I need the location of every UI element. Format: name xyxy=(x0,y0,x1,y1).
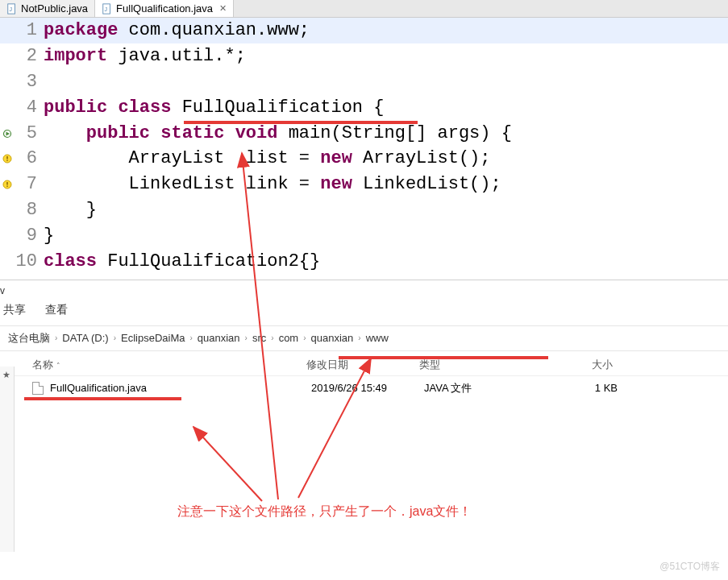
column-size[interactable]: 大小 xyxy=(532,358,613,372)
gutter-marker xyxy=(0,197,15,223)
breadcrumb-item[interactable]: quanxian xyxy=(311,332,354,344)
pin-icon: ★ xyxy=(2,370,10,380)
code-content: public class FullQualification { xyxy=(44,95,728,121)
annotation-underline-filename xyxy=(24,397,181,400)
explorer-title: v xyxy=(0,280,728,300)
tab-label: NotPublic.java xyxy=(21,2,88,14)
code-line[interactable]: 7 LinkedList link = new LinkedList(); xyxy=(0,172,728,197)
explorer-breadcrumb[interactable]: 这台电脑›DATA (D:)›EclipseDaiMa›quanxian›src… xyxy=(0,325,728,351)
code-line[interactable]: 6 ArrayList list = new ArrayList(); xyxy=(0,146,728,172)
editor-tab-bar: J NotPublic.java J FullQualification.jav… xyxy=(0,0,728,18)
breadcrumb-item[interactable]: 这台电脑 xyxy=(8,331,50,346)
breadcrumb-item[interactable]: DATA (D:) xyxy=(62,332,108,344)
gutter-marker xyxy=(0,146,15,172)
svg-rect-10 xyxy=(6,182,7,185)
code-content: } xyxy=(44,197,728,223)
gutter-marker xyxy=(0,172,15,197)
file-type: JAVA 文件 xyxy=(424,381,537,396)
explorer-toolbar: 共享 查看 xyxy=(0,300,728,325)
breadcrumb-item[interactable]: src xyxy=(252,332,266,344)
svg-text:J: J xyxy=(10,6,13,11)
chevron-right-icon: › xyxy=(303,334,306,342)
explorer-side-panel: ★ xyxy=(0,367,15,534)
breadcrumb-item[interactable]: www xyxy=(366,332,389,344)
line-number: 6 xyxy=(15,146,44,172)
file-icon xyxy=(32,382,44,395)
toolbar-view[interactable]: 查看 xyxy=(45,303,68,317)
code-line[interactable]: 10class FullQualification2{} xyxy=(0,249,728,275)
file-name: FullQualification.java xyxy=(50,382,311,394)
gutter-marker xyxy=(0,249,15,275)
code-content: LinkedList link = new LinkedList(); xyxy=(44,172,728,197)
svg-rect-7 xyxy=(6,156,7,160)
annotation-underline-classname xyxy=(184,121,418,124)
file-explorer: v 共享 查看 这台电脑›DATA (D:)›EclipseDaiMa›quan… xyxy=(0,280,728,534)
gutter-marker xyxy=(0,121,15,147)
gutter-marker xyxy=(0,223,15,249)
svg-text:J: J xyxy=(105,6,108,11)
code-line[interactable]: 3 xyxy=(0,69,728,95)
code-content: ArrayList list = new ArrayList(); xyxy=(44,146,728,172)
code-line[interactable]: 8 } xyxy=(0,197,728,223)
column-type[interactable]: 类型 xyxy=(419,358,532,372)
chevron-right-icon: › xyxy=(245,334,248,342)
chevron-right-icon: › xyxy=(358,334,360,342)
file-row[interactable]: FullQualification.java 2019/6/26 15:49 J… xyxy=(0,376,728,397)
chevron-right-icon: › xyxy=(114,334,116,342)
line-number: 9 xyxy=(15,223,44,249)
code-line[interactable]: 2import java.util.*; xyxy=(0,44,728,69)
code-content: package com.quanxian.www; xyxy=(44,18,728,44)
code-content: public static void main(String[] args) { xyxy=(44,121,728,147)
line-number: 8 xyxy=(15,197,44,223)
annotation-text: 注意一下这个文件路径，只产生了一个．java文件！ xyxy=(177,503,472,520)
close-icon[interactable]: ✕ xyxy=(219,3,227,14)
code-editor[interactable]: 1package com.quanxian.www;2import java.u… xyxy=(0,18,728,275)
line-number: 5 xyxy=(15,121,44,147)
gutter-marker xyxy=(0,18,15,44)
tab-fullqualification[interactable]: J FullQualification.java ✕ xyxy=(95,0,234,17)
column-date[interactable]: 修改日期 xyxy=(306,358,419,372)
gutter-marker xyxy=(0,69,15,95)
svg-rect-11 xyxy=(6,186,7,187)
code-content xyxy=(44,69,728,95)
chevron-right-icon: › xyxy=(189,334,192,342)
file-list-header: 名称˄ 修改日期 类型 大小 xyxy=(0,351,728,376)
code-line[interactable]: 1package com.quanxian.www; xyxy=(0,18,728,44)
java-file-icon: J xyxy=(102,3,113,14)
toolbar-share[interactable]: 共享 xyxy=(3,303,26,317)
code-content: } xyxy=(44,223,728,249)
gutter-marker xyxy=(0,95,15,121)
line-number: 4 xyxy=(15,95,44,121)
code-content: import java.util.*; xyxy=(44,44,728,69)
line-number: 7 xyxy=(15,172,44,197)
code-line[interactable]: 5 public static void main(String[] args)… xyxy=(0,121,728,147)
breadcrumb-item[interactable]: quanxian xyxy=(198,332,240,344)
chevron-right-icon: › xyxy=(271,334,273,342)
svg-rect-8 xyxy=(6,160,7,161)
code-line[interactable]: 9} xyxy=(0,223,728,249)
gutter-marker xyxy=(0,44,15,69)
breadcrumb-item[interactable]: com xyxy=(279,332,299,344)
breadcrumb-item[interactable]: EclipseDaiMa xyxy=(121,332,185,344)
line-number: 3 xyxy=(15,69,44,95)
code-line[interactable]: 4public class FullQualification { xyxy=(0,95,728,121)
line-number: 2 xyxy=(15,44,44,69)
chevron-right-icon: › xyxy=(55,334,57,342)
tab-notpublic[interactable]: J NotPublic.java xyxy=(0,0,95,17)
java-file-icon: J xyxy=(6,3,18,14)
column-name[interactable]: 名称˄ xyxy=(32,358,306,372)
line-number: 1 xyxy=(15,18,44,44)
line-number: 10 xyxy=(15,249,44,275)
sort-caret-icon: ˄ xyxy=(56,362,60,370)
file-size: 1 KB xyxy=(537,382,618,394)
tab-label: FullQualification.java xyxy=(116,2,213,14)
code-content: class FullQualification2{} xyxy=(44,249,728,275)
file-date: 2019/6/26 15:49 xyxy=(311,382,424,394)
